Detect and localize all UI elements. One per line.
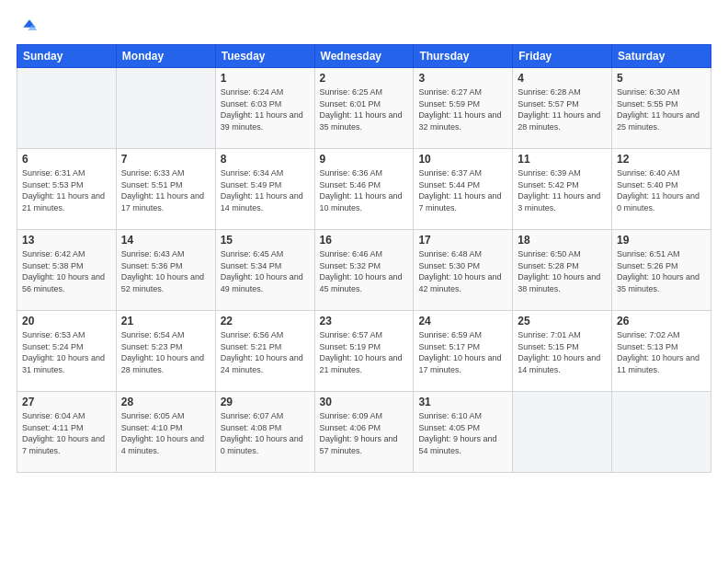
day-info: Sunrise: 6:36 AM Sunset: 5:46 PM Dayligh… <box>320 167 409 213</box>
day-info: Sunrise: 6:51 AM Sunset: 5:26 PM Dayligh… <box>617 248 706 294</box>
day-info: Sunrise: 6:50 AM Sunset: 5:28 PM Dayligh… <box>518 248 607 294</box>
calendar-week-row: 6Sunrise: 6:31 AM Sunset: 5:53 PM Daylig… <box>17 149 711 230</box>
calendar-header-row: SundayMondayTuesdayWednesdayThursdayFrid… <box>17 45 711 68</box>
calendar-day-header: Monday <box>116 45 215 68</box>
day-number: 1 <box>221 72 310 85</box>
day-number: 9 <box>320 153 409 166</box>
day-info: Sunrise: 6:05 AM Sunset: 4:10 PM Dayligh… <box>121 410 210 456</box>
calendar-cell: 29Sunrise: 6:07 AM Sunset: 4:08 PM Dayli… <box>215 392 314 473</box>
calendar-cell: 25Sunrise: 7:01 AM Sunset: 5:15 PM Dayli… <box>513 311 612 392</box>
calendar-week-row: 20Sunrise: 6:53 AM Sunset: 5:24 PM Dayli… <box>17 311 711 392</box>
day-number: 7 <box>121 153 210 166</box>
day-info: Sunrise: 6:53 AM Sunset: 5:24 PM Dayligh… <box>22 329 111 375</box>
calendar-cell: 9Sunrise: 6:36 AM Sunset: 5:46 PM Daylig… <box>314 149 414 230</box>
day-info: Sunrise: 6:30 AM Sunset: 5:55 PM Dayligh… <box>617 86 706 132</box>
calendar-day-header: Friday <box>513 45 612 68</box>
day-number: 29 <box>221 396 310 408</box>
calendar-cell: 24Sunrise: 6:59 AM Sunset: 5:17 PM Dayli… <box>414 311 513 392</box>
day-number: 20 <box>22 315 111 327</box>
calendar-cell: 26Sunrise: 7:02 AM Sunset: 5:13 PM Dayli… <box>612 311 711 392</box>
day-number: 15 <box>221 234 310 247</box>
day-info: Sunrise: 6:10 AM Sunset: 4:05 PM Dayligh… <box>418 410 507 456</box>
day-info: Sunrise: 7:02 AM Sunset: 5:13 PM Dayligh… <box>617 329 706 375</box>
calendar-cell <box>17 68 117 149</box>
calendar-cell: 19Sunrise: 6:51 AM Sunset: 5:26 PM Dayli… <box>612 230 711 311</box>
day-info: Sunrise: 6:27 AM Sunset: 5:59 PM Dayligh… <box>418 86 507 132</box>
calendar-cell: 2Sunrise: 6:25 AM Sunset: 6:01 PM Daylig… <box>314 68 414 149</box>
day-number: 17 <box>418 234 507 247</box>
day-info: Sunrise: 6:54 AM Sunset: 5:23 PM Dayligh… <box>121 329 210 375</box>
day-info: Sunrise: 6:43 AM Sunset: 5:36 PM Dayligh… <box>121 248 210 294</box>
day-number: 14 <box>121 234 210 247</box>
calendar-cell: 20Sunrise: 6:53 AM Sunset: 5:24 PM Dayli… <box>17 311 117 392</box>
day-number: 23 <box>320 315 409 327</box>
calendar-day-header: Sunday <box>17 45 117 68</box>
calendar-cell: 22Sunrise: 6:56 AM Sunset: 5:21 PM Dayli… <box>215 311 314 392</box>
calendar-cell: 27Sunrise: 6:04 AM Sunset: 4:11 PM Dayli… <box>17 392 117 473</box>
calendar-day-header: Tuesday <box>215 45 314 68</box>
day-number: 21 <box>121 315 210 327</box>
calendar-cell: 17Sunrise: 6:48 AM Sunset: 5:30 PM Dayli… <box>414 230 513 311</box>
day-number: 28 <box>121 396 210 408</box>
calendar-cell <box>513 392 612 473</box>
calendar-day-header: Wednesday <box>314 45 414 68</box>
day-info: Sunrise: 6:28 AM Sunset: 5:57 PM Dayligh… <box>518 86 607 132</box>
day-number: 11 <box>518 153 607 166</box>
day-info: Sunrise: 6:59 AM Sunset: 5:17 PM Dayligh… <box>418 329 507 375</box>
day-number: 12 <box>617 153 706 166</box>
day-info: Sunrise: 6:24 AM Sunset: 6:03 PM Dayligh… <box>221 86 310 132</box>
day-info: Sunrise: 6:48 AM Sunset: 5:30 PM Dayligh… <box>418 248 507 294</box>
calendar-day-header: Thursday <box>414 45 513 68</box>
day-number: 24 <box>418 315 507 327</box>
logo <box>17 17 39 35</box>
day-info: Sunrise: 6:07 AM Sunset: 4:08 PM Dayligh… <box>221 410 310 456</box>
calendar-cell: 21Sunrise: 6:54 AM Sunset: 5:23 PM Dayli… <box>116 311 215 392</box>
day-info: Sunrise: 6:57 AM Sunset: 5:19 PM Dayligh… <box>320 329 409 375</box>
calendar-cell: 23Sunrise: 6:57 AM Sunset: 5:19 PM Dayli… <box>314 311 414 392</box>
day-info: Sunrise: 6:42 AM Sunset: 5:38 PM Dayligh… <box>22 248 111 294</box>
day-info: Sunrise: 6:09 AM Sunset: 4:06 PM Dayligh… <box>320 410 409 456</box>
calendar-week-row: 13Sunrise: 6:42 AM Sunset: 5:38 PM Dayli… <box>17 230 711 311</box>
day-number: 3 <box>418 72 507 85</box>
day-number: 22 <box>221 315 310 327</box>
logo-icon <box>20 17 39 35</box>
day-info: Sunrise: 6:33 AM Sunset: 5:51 PM Dayligh… <box>121 167 210 213</box>
day-info: Sunrise: 6:31 AM Sunset: 5:53 PM Dayligh… <box>22 167 111 213</box>
day-info: Sunrise: 6:25 AM Sunset: 6:01 PM Dayligh… <box>320 86 409 132</box>
day-info: Sunrise: 6:40 AM Sunset: 5:40 PM Dayligh… <box>617 167 706 213</box>
day-number: 5 <box>617 72 706 85</box>
calendar-week-row: 1Sunrise: 6:24 AM Sunset: 6:03 PM Daylig… <box>17 68 711 149</box>
calendar-cell: 1Sunrise: 6:24 AM Sunset: 6:03 PM Daylig… <box>215 68 314 149</box>
calendar-cell: 12Sunrise: 6:40 AM Sunset: 5:40 PM Dayli… <box>612 149 711 230</box>
day-info: Sunrise: 6:04 AM Sunset: 4:11 PM Dayligh… <box>22 410 111 456</box>
day-number: 16 <box>320 234 409 247</box>
day-number: 30 <box>320 396 409 408</box>
day-number: 2 <box>320 72 409 85</box>
day-number: 4 <box>518 72 607 85</box>
day-number: 25 <box>518 315 607 327</box>
calendar-cell: 10Sunrise: 6:37 AM Sunset: 5:44 PM Dayli… <box>414 149 513 230</box>
calendar-cell: 13Sunrise: 6:42 AM Sunset: 5:38 PM Dayli… <box>17 230 117 311</box>
calendar-cell: 14Sunrise: 6:43 AM Sunset: 5:36 PM Dayli… <box>116 230 215 311</box>
calendar-cell: 15Sunrise: 6:45 AM Sunset: 5:34 PM Dayli… <box>215 230 314 311</box>
day-info: Sunrise: 6:45 AM Sunset: 5:34 PM Dayligh… <box>221 248 310 294</box>
day-number: 27 <box>22 396 111 408</box>
calendar-cell: 28Sunrise: 6:05 AM Sunset: 4:10 PM Dayli… <box>116 392 215 473</box>
calendar-cell: 8Sunrise: 6:34 AM Sunset: 5:49 PM Daylig… <box>215 149 314 230</box>
day-number: 6 <box>22 153 111 166</box>
calendar-cell: 30Sunrise: 6:09 AM Sunset: 4:06 PM Dayli… <box>314 392 414 473</box>
calendar-cell: 3Sunrise: 6:27 AM Sunset: 5:59 PM Daylig… <box>414 68 513 149</box>
calendar-week-row: 27Sunrise: 6:04 AM Sunset: 4:11 PM Dayli… <box>17 392 711 473</box>
day-info: Sunrise: 6:34 AM Sunset: 5:49 PM Dayligh… <box>221 167 310 213</box>
day-info: Sunrise: 7:01 AM Sunset: 5:15 PM Dayligh… <box>518 329 607 375</box>
calendar-cell: 11Sunrise: 6:39 AM Sunset: 5:42 PM Dayli… <box>513 149 612 230</box>
day-info: Sunrise: 6:56 AM Sunset: 5:21 PM Dayligh… <box>221 329 310 375</box>
header <box>17 17 711 35</box>
calendar-cell: 31Sunrise: 6:10 AM Sunset: 4:05 PM Dayli… <box>414 392 513 473</box>
day-number: 13 <box>22 234 111 247</box>
calendar-cell: 5Sunrise: 6:30 AM Sunset: 5:55 PM Daylig… <box>612 68 711 149</box>
day-number: 8 <box>221 153 310 166</box>
day-number: 26 <box>617 315 706 327</box>
day-info: Sunrise: 6:39 AM Sunset: 5:42 PM Dayligh… <box>518 167 607 213</box>
page: SundayMondayTuesdayWednesdayThursdayFrid… <box>0 0 728 563</box>
